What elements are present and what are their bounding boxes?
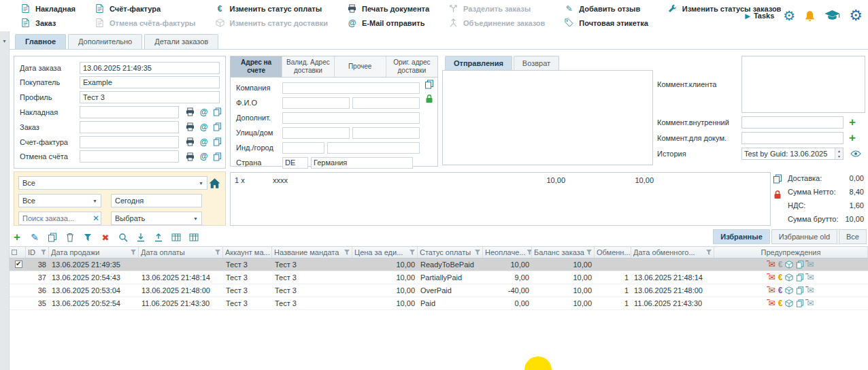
choose-select[interactable]: Выбрать ▼: [111, 212, 202, 225]
filter-funnel-icon[interactable]: [344, 250, 350, 255]
order-row[interactable]: 37 13.06.2025 20:54:43 13.06.2025 21:48:…: [10, 271, 868, 284]
delete-icon[interactable]: [64, 231, 76, 243]
edit-icon[interactable]: ✎: [29, 231, 41, 243]
header-select[interactable]: [10, 247, 26, 258]
tab-all[interactable]: Все: [839, 229, 867, 244]
header-pay-date[interactable]: Дата оплаты: [139, 247, 223, 258]
first-name-input[interactable]: [282, 97, 350, 109]
delivery-note-input[interactable]: [80, 106, 179, 118]
euro-icon[interactable]: €: [778, 286, 783, 295]
package-icon[interactable]: [785, 299, 793, 307]
import-icon[interactable]: [135, 231, 147, 243]
tab-other[interactable]: Прочее: [335, 56, 386, 77]
date-filter-input[interactable]: [111, 194, 202, 207]
mail-blocked-icon[interactable]: ✉✖: [807, 286, 814, 295]
print-icon[interactable]: [184, 151, 196, 162]
order-row[interactable]: 38 13.06.2025 21:49:35 Тест 3 Тест 3 10,…: [10, 258, 868, 271]
last-name-input[interactable]: [352, 97, 420, 109]
mail-blocked-icon[interactable]: ✉✖: [807, 299, 814, 307]
header-exchange-date[interactable]: Дата обменного...: [631, 247, 714, 258]
tab-original-shipping-address[interactable]: Ориг. адрес доставки: [386, 56, 437, 77]
tasks-button[interactable]: ▶ Tasks: [745, 12, 774, 20]
order-date-input[interactable]: [80, 62, 220, 74]
tab-favorites[interactable]: Избранные: [713, 229, 770, 244]
ribbon-btn-mail-label[interactable]: Почтовая этикетка: [564, 18, 648, 28]
home-icon[interactable]: [208, 178, 221, 189]
city-input[interactable]: [327, 142, 420, 154]
ribbon-btn-split-orders[interactable]: Разделить заказы: [448, 4, 545, 14]
unlock-icon[interactable]: [424, 94, 434, 103]
tab-additional[interactable]: Дополнительно: [68, 34, 142, 49]
header-mandate[interactable]: Название мандата: [272, 247, 352, 258]
tab-main[interactable]: Главное: [15, 34, 66, 49]
documents-icon[interactable]: [796, 260, 804, 269]
filter-funnel-icon[interactable]: [215, 250, 220, 255]
email-icon[interactable]: @: [198, 122, 210, 133]
order-item-row[interactable]: 1 x xxxx 10,00 10,00: [235, 176, 766, 184]
education-icon[interactable]: [824, 10, 840, 21]
company-input[interactable]: [282, 82, 420, 94]
step-down-icon[interactable]: ▼: [835, 154, 843, 159]
eye-icon[interactable]: [850, 150, 861, 157]
email-icon[interactable]: @: [198, 151, 210, 162]
mail-error-icon[interactable]: ✉✖: [769, 273, 775, 282]
euro-icon[interactable]: €: [778, 299, 783, 307]
status-filter-select[interactable]: Все ▼: [18, 176, 207, 190]
order-number-input[interactable]: [80, 121, 179, 133]
tab-order-details[interactable]: Детали заказов: [144, 34, 218, 49]
street-input[interactable]: [282, 127, 350, 139]
settings-gear-icon[interactable]: ⚙: [783, 7, 795, 24]
ribbon-btn-merge-orders[interactable]: Объединение заказов: [448, 18, 545, 28]
ribbon-btn-order[interactable]: Заказ: [20, 18, 76, 28]
type-filter-select[interactable]: Все ▼: [18, 194, 101, 207]
filter-funnel-icon[interactable]: [41, 250, 46, 255]
tab-shipments[interactable]: Отправления: [445, 56, 512, 70]
add-icon[interactable]: +: [11, 231, 23, 243]
mail-blocked-icon[interactable]: ✉✖: [807, 260, 814, 269]
copy-doc-icon[interactable]: [212, 151, 223, 162]
header-warnings[interactable]: Предупреждения: [714, 247, 868, 258]
left-dock-strip[interactable]: ▾: [0, 31, 10, 370]
header-unit-price[interactable]: Цена за еди...: [352, 247, 418, 258]
tab-favorites-old[interactable]: Избранные old: [771, 229, 837, 244]
add-comment-icon[interactable]: +: [848, 132, 857, 144]
ribbon-btn-add-feedback[interactable]: ✎ Добавить отзыв: [564, 4, 648, 14]
client-comment-textarea[interactable]: [741, 56, 865, 113]
system-gear-icon[interactable]: ⚙: [849, 7, 863, 24]
house-input[interactable]: [352, 127, 420, 139]
header-account[interactable]: Аккаунт ма...: [223, 247, 272, 258]
export-icon[interactable]: [152, 231, 165, 243]
ribbon-btn-payment-status[interactable]: € Изменить статус оплаты: [215, 4, 328, 14]
print-icon[interactable]: [184, 137, 196, 148]
table-columns-icon[interactable]: [188, 231, 200, 243]
mail-error-icon[interactable]: ✉✖: [769, 299, 775, 307]
copy-doc-icon[interactable]: [212, 137, 223, 148]
copy-doc-icon[interactable]: [212, 107, 223, 118]
documents-icon[interactable]: [773, 174, 782, 184]
internal-comment-input[interactable]: [741, 116, 844, 129]
invoice-input[interactable]: [80, 136, 179, 148]
tab-returns[interactable]: Возврат: [514, 56, 559, 70]
filter-funnel-icon[interactable]: [527, 250, 532, 255]
order-row[interactable]: 35 13.06.2025 20:52:54 11.06.2025 21:43:…: [10, 297, 868, 310]
ribbon-btn-invoice[interactable]: Счёт-фактура: [95, 4, 196, 14]
header-balance[interactable]: Баланс заказа: [532, 247, 595, 258]
invoice-cancel-input[interactable]: [80, 150, 179, 163]
euro-icon[interactable]: €: [778, 260, 783, 269]
filter-funnel-icon[interactable]: [131, 250, 136, 255]
print-icon[interactable]: [184, 107, 196, 118]
table-add-icon[interactable]: [170, 231, 182, 243]
copy-doc-icon[interactable]: [212, 122, 223, 133]
header-sale-date[interactable]: Дата продажи: [49, 247, 139, 258]
header-unpaid[interactable]: Неоплаче...: [483, 247, 532, 258]
row-checkbox[interactable]: [15, 260, 22, 268]
filter-funnel-icon[interactable]: [706, 250, 712, 255]
clear-search-icon[interactable]: ✕: [93, 214, 99, 223]
documents-icon[interactable]: [796, 273, 804, 282]
step-up-icon[interactable]: ▲: [835, 148, 843, 154]
history-input[interactable]: [741, 148, 844, 160]
notifications-bell-icon[interactable]: [804, 10, 816, 22]
additional-input[interactable]: [282, 112, 420, 124]
buyer-input[interactable]: [80, 76, 220, 88]
package-icon[interactable]: [785, 286, 793, 295]
